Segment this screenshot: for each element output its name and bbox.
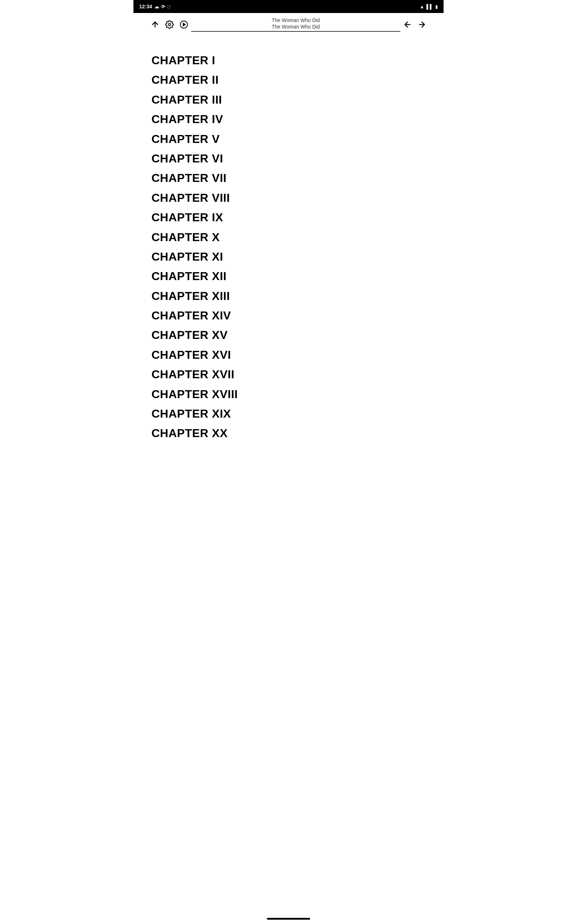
chapter-item-7[interactable]: CHAPTER VII <box>152 168 425 188</box>
chapter-item-10[interactable]: CHAPTER X <box>152 228 425 247</box>
status-bar: 12:34 ☁ ⟳ □ ▲ ▌▌ ▮ <box>134 0 443 13</box>
chapter-item-16[interactable]: CHAPTER XVI <box>152 345 425 365</box>
book-title-area: The Woman Who Did The Woman Who Did <box>191 17 400 32</box>
battery-icon: ▮ <box>435 4 438 10</box>
chapter-item-12[interactable]: CHAPTER XII <box>152 267 425 286</box>
chapter-item-14[interactable]: CHAPTER XIV <box>152 306 425 325</box>
chapter-item-11[interactable]: CHAPTER XI <box>152 247 425 267</box>
chapter-item-1[interactable]: CHAPTER I <box>152 50 425 70</box>
sync-icon: ⟳ <box>161 4 165 10</box>
up-arrow-button[interactable] <box>148 17 162 32</box>
chapter-item-6[interactable]: CHAPTER VI <box>152 149 425 168</box>
bottom-nav-bar <box>134 915 443 924</box>
chapter-item-4[interactable]: CHAPTER IV <box>152 109 425 129</box>
svg-marker-3 <box>183 23 185 26</box>
notification-icon: □ <box>167 4 170 10</box>
chapter-item-20[interactable]: CHAPTER XX <box>152 423 425 443</box>
svg-point-1 <box>168 23 171 26</box>
chapter-item-5[interactable]: CHAPTER V <box>152 129 425 149</box>
chapter-item-3[interactable]: CHAPTER III <box>152 90 425 109</box>
toolbar: The Woman Who Did The Woman Who Did <box>134 13 443 36</box>
chapter-item-2[interactable]: CHAPTER II <box>152 70 425 89</box>
chapter-item-19[interactable]: CHAPTER XIX <box>152 404 425 423</box>
chapter-list: CHAPTER ICHAPTER IICHAPTER IIICHAPTER IV… <box>134 36 443 465</box>
status-time: 12:34 ☁ ⟳ □ <box>139 3 170 10</box>
chapter-item-8[interactable]: CHAPTER VIII <box>152 188 425 208</box>
chapter-item-13[interactable]: CHAPTER XIII <box>152 286 425 306</box>
time-display: 12:34 <box>139 3 152 10</box>
chapter-item-17[interactable]: CHAPTER XVII <box>152 365 425 384</box>
chapter-item-9[interactable]: CHAPTER IX <box>152 208 425 227</box>
status-icons: ▲ ▌▌ ▮ <box>420 4 438 10</box>
chapter-item-15[interactable]: CHAPTER XV <box>152 325 425 345</box>
book-title-bottom: The Woman Who Did <box>191 24 400 32</box>
settings-button[interactable] <box>162 17 177 32</box>
book-title-top: The Woman Who Did <box>191 17 400 23</box>
signal-icon: ▌▌ <box>427 4 433 10</box>
forward-button[interactable] <box>415 17 429 32</box>
chapter-item-18[interactable]: CHAPTER XVIII <box>152 384 425 404</box>
play-button[interactable] <box>177 17 191 32</box>
wifi-icon: ▲ <box>420 4 424 10</box>
back-button[interactable] <box>400 17 415 32</box>
cloud-icon: ☁ <box>154 4 159 10</box>
nav-indicator <box>267 918 310 920</box>
